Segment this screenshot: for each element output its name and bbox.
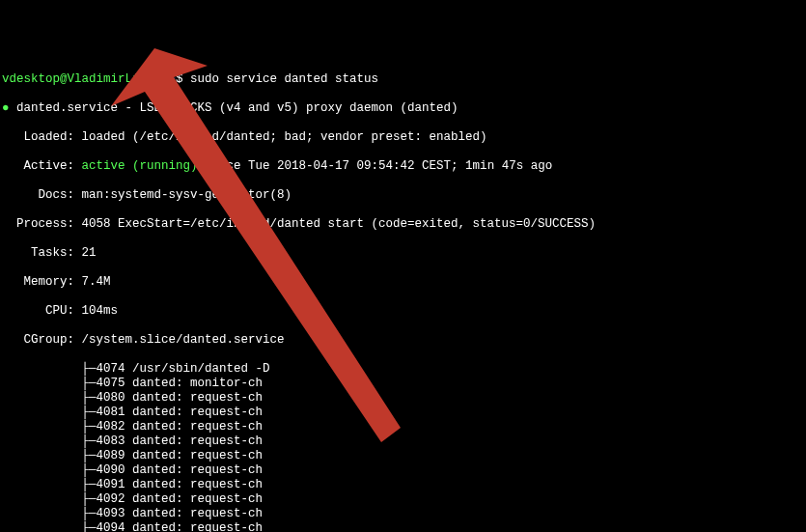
prompt-symbol: $	[176, 72, 183, 86]
prompt-user-host: vdesktop@VladimirLinux	[2, 72, 161, 86]
status-bullet-icon: ●	[2, 101, 10, 115]
memory-value: 7.4M	[82, 275, 111, 289]
tree-pid: 4081	[97, 406, 125, 419]
docs-label: Docs:	[2, 188, 74, 202]
tree-row: ├─4081 danted: request-ch	[2, 406, 804, 420]
tree-cmd: /usr/sbin/danted -D	[132, 362, 270, 376]
tree-cmd: danted: request-ch	[132, 521, 263, 532]
tree-row: ├─4080 danted: request-ch	[2, 391, 804, 406]
tree-cmd: danted: request-ch	[132, 463, 263, 477]
docs-line: Docs: man:systemd-sysv-generator(8)	[2, 188, 804, 203]
loaded-label: Loaded:	[2, 130, 74, 144]
active-label: Active:	[2, 159, 74, 173]
tree-row: ├─4074 /usr/sbin/danted -D	[2, 362, 804, 377]
tasks-value: 21	[82, 246, 97, 260]
tree-cmd: danted: request-ch	[132, 449, 263, 462]
tree-pid: 4090	[97, 463, 125, 477]
service-header: danted.service - LSB: SOCKS (v4 and v5) …	[16, 101, 459, 115]
tree-pid: 4083	[97, 434, 125, 448]
tree-cmd: danted: request-ch	[132, 507, 263, 520]
docs-value: man:systemd-sysv-generator(8)	[82, 188, 292, 202]
tree-pid: 4075	[97, 377, 125, 390]
cpu-label: CPU:	[2, 304, 74, 318]
memory-label: Memory:	[2, 275, 74, 289]
command-text: sudo service danted status	[190, 72, 378, 86]
tree-row: ├─4082 danted: request-ch	[2, 420, 804, 434]
process-tree: ├─4074 /usr/sbin/danted -D ├─4075 danted…	[2, 362, 804, 532]
tasks-line: Tasks: 21	[2, 246, 804, 261]
tree-row: ├─4083 danted: request-ch	[2, 434, 804, 449]
tree-row: ├─4089 danted: request-ch	[2, 449, 804, 463]
tree-pid: 4082	[97, 420, 125, 434]
tree-row: ├─4091 danted: request-ch	[2, 478, 804, 492]
loaded-line: Loaded: loaded (/etc/init.d/danted; bad;…	[2, 130, 804, 145]
memory-line: Memory: 7.4M	[2, 275, 804, 290]
tree-row: ├─4092 danted: request-ch	[2, 492, 804, 507]
tree-cmd: danted: monitor-ch	[132, 377, 263, 390]
tree-pid: 4080	[97, 391, 125, 405]
tasks-label: Tasks:	[2, 246, 74, 260]
tree-row: ├─4093 danted: request-ch	[2, 507, 804, 521]
tree-pid: 4094	[97, 521, 125, 532]
active-line: Active: active (running) since Tue 2018-…	[2, 159, 804, 174]
service-header-line: ● danted.service - LSB: SOCKS (v4 and v5…	[2, 101, 804, 116]
cgroup-line: CGroup: /system.slice/danted.service	[2, 333, 804, 348]
tree-row: ├─4090 danted: request-ch	[2, 463, 804, 478]
tree-cmd: danted: request-ch	[132, 391, 263, 405]
cgroup-label: CGroup:	[2, 333, 74, 347]
command-line: vdesktop@VladimirLinux:~$ sudo service d…	[2, 72, 804, 87]
tree-pid: 4091	[97, 478, 125, 491]
loaded-value: loaded (/etc/init.d/danted; bad; vendor …	[82, 130, 487, 144]
tree-pid: 4093	[97, 507, 125, 520]
prompt-colon: :	[161, 72, 169, 86]
process-label: Process:	[2, 217, 74, 231]
tree-pid: 4092	[97, 492, 125, 506]
cgroup-value: /system.slice/danted.service	[82, 333, 285, 347]
terminal-window[interactable]: vdesktop@VladimirLinux:~$ sudo service d…	[0, 58, 806, 532]
tree-cmd: danted: request-ch	[132, 406, 263, 419]
process-value: 4058 ExecStart=/etc/init.d/danted start …	[82, 217, 597, 231]
process-line: Process: 4058 ExecStart=/etc/init.d/dant…	[2, 217, 804, 232]
cpu-value: 104ms	[82, 304, 119, 318]
tree-cmd: danted: request-ch	[132, 420, 263, 434]
tree-cmd: danted: request-ch	[132, 478, 263, 491]
cpu-line: CPU: 104ms	[2, 304, 804, 319]
active-status: active (running)	[82, 159, 198, 173]
prompt-path: ~	[169, 72, 177, 86]
tree-cmd: danted: request-ch	[132, 434, 263, 448]
tree-cmd: danted: request-ch	[132, 492, 263, 506]
tree-row: ├─4075 danted: monitor-ch	[2, 377, 804, 391]
tree-pid: 4074	[97, 362, 125, 376]
active-since: since Tue 2018-04-17 09:54:42 CEST; 1min…	[205, 159, 552, 173]
tree-row: ├─4094 danted: request-ch	[2, 521, 804, 532]
tree-pid: 4089	[97, 449, 125, 462]
